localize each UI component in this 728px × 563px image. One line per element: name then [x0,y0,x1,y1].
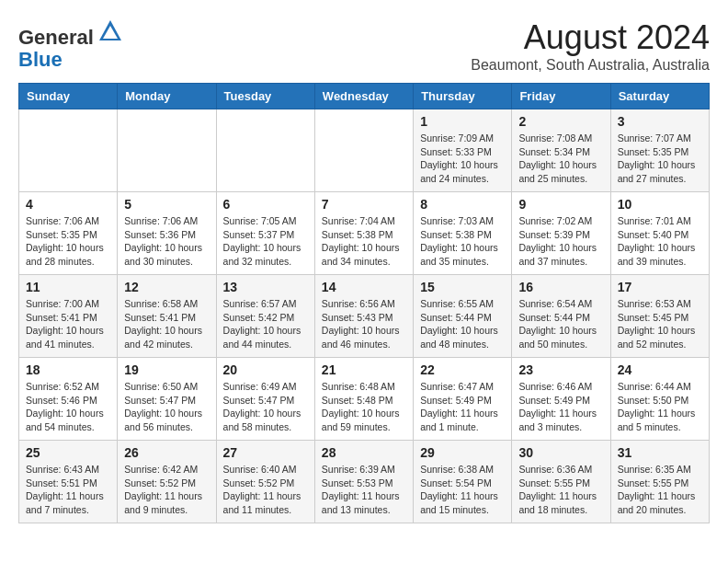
day-number: 9 [518,197,603,212]
day-number: 14 [322,280,406,294]
day-number: 5 [124,197,209,212]
day-info: Sunrise: 6:55 AMSunset: 5:44 PMDaylight:… [420,297,505,351]
day-number: 2 [518,114,603,129]
week-row-5: 25Sunrise: 6:43 AMSunset: 5:51 PMDayligh… [19,441,710,523]
day-cell [314,109,413,192]
day-cell: 6Sunrise: 7:05 AMSunset: 5:37 PMDaylight… [216,192,314,275]
day-number: 8 [420,197,505,212]
day-cell: 21Sunrise: 6:48 AMSunset: 5:48 PMDayligh… [314,358,413,441]
day-info: Sunrise: 7:01 AMSunset: 5:40 PMDaylight:… [618,214,702,269]
day-cell: 25Sunrise: 6:43 AMSunset: 5:51 PMDayligh… [19,441,118,523]
day-info: Sunrise: 7:06 AMSunset: 5:36 PMDaylight:… [124,214,209,269]
day-cell: 12Sunrise: 6:58 AMSunset: 5:41 PMDayligh… [118,275,216,358]
day-cell: 31Sunrise: 6:35 AMSunset: 5:55 PMDayligh… [610,441,709,523]
day-info: Sunrise: 6:57 AMSunset: 5:42 PMDaylight:… [223,297,308,351]
day-cell: 18Sunrise: 6:52 AMSunset: 5:46 PMDayligh… [19,358,118,441]
weekday-header-tuesday: Tuesday [216,84,314,109]
day-cell: 30Sunrise: 6:36 AMSunset: 5:55 PMDayligh… [512,441,610,523]
week-row-4: 18Sunrise: 6:52 AMSunset: 5:46 PMDayligh… [19,358,710,441]
day-cell: 17Sunrise: 6:53 AMSunset: 5:45 PMDayligh… [610,275,709,358]
day-number: 6 [223,197,308,212]
day-info: Sunrise: 6:40 AMSunset: 5:52 PMDaylight:… [223,463,308,517]
day-info: Sunrise: 7:03 AMSunset: 5:38 PMDaylight:… [420,214,505,269]
day-info: Sunrise: 6:38 AMSunset: 5:54 PMDaylight:… [420,463,505,517]
day-cell: 23Sunrise: 6:46 AMSunset: 5:49 PMDayligh… [512,358,610,441]
weekday-header-row: SundayMondayTuesdayWednesdayThursdayFrid… [19,84,710,109]
day-info: Sunrise: 6:46 AMSunset: 5:49 PMDaylight:… [518,380,603,434]
day-number: 21 [322,362,406,377]
day-number: 31 [618,445,702,460]
day-number: 3 [618,114,702,129]
day-number: 23 [518,362,603,377]
day-cell: 28Sunrise: 6:39 AMSunset: 5:53 PMDayligh… [314,441,413,523]
day-cell: 22Sunrise: 6:47 AMSunset: 5:49 PMDayligh… [414,358,512,441]
logo: General Blue [18,18,123,71]
day-number: 16 [518,280,603,294]
day-number: 28 [322,445,406,460]
day-number: 11 [26,280,110,294]
weekday-header-wednesday: Wednesday [314,84,413,109]
day-info: Sunrise: 6:52 AMSunset: 5:46 PMDaylight:… [26,380,110,434]
day-cell: 20Sunrise: 6:49 AMSunset: 5:47 PMDayligh… [216,358,314,441]
day-cell: 29Sunrise: 6:38 AMSunset: 5:54 PMDayligh… [414,441,512,523]
day-number: 12 [124,280,209,294]
day-cell: 9Sunrise: 7:02 AMSunset: 5:39 PMDaylight… [512,192,610,275]
day-info: Sunrise: 7:07 AMSunset: 5:35 PMDaylight:… [618,132,702,186]
day-info: Sunrise: 7:09 AMSunset: 5:33 PMDaylight:… [420,132,505,186]
logo-general-text: General [18,26,94,49]
day-info: Sunrise: 7:06 AMSunset: 5:35 PMDaylight:… [26,214,110,269]
day-info: Sunrise: 6:48 AMSunset: 5:48 PMDaylight:… [322,380,406,434]
day-cell: 3Sunrise: 7:07 AMSunset: 5:35 PMDaylight… [610,109,709,192]
day-number: 4 [26,197,110,212]
week-row-1: 1Sunrise: 7:09 AMSunset: 5:33 PMDaylight… [19,109,710,192]
day-cell [216,109,314,192]
day-cell: 11Sunrise: 7:00 AMSunset: 5:41 PMDayligh… [19,275,118,358]
logo-icon [97,18,123,44]
day-info: Sunrise: 7:08 AMSunset: 5:34 PMDaylight:… [518,132,603,186]
logo-blue-text: Blue [18,48,63,71]
day-cell: 2Sunrise: 7:08 AMSunset: 5:34 PMDaylight… [512,109,610,192]
day-info: Sunrise: 6:42 AMSunset: 5:52 PMDaylight:… [124,463,209,517]
day-number: 30 [518,445,603,460]
day-number: 20 [223,362,308,377]
day-cell: 7Sunrise: 7:04 AMSunset: 5:38 PMDaylight… [314,192,413,275]
day-info: Sunrise: 7:05 AMSunset: 5:37 PMDaylight:… [223,214,308,269]
day-info: Sunrise: 6:44 AMSunset: 5:50 PMDaylight:… [618,380,702,434]
day-cell: 19Sunrise: 6:50 AMSunset: 5:47 PMDayligh… [118,358,216,441]
day-cell: 4Sunrise: 7:06 AMSunset: 5:35 PMDaylight… [19,192,118,275]
weekday-header-sunday: Sunday [19,84,118,109]
day-number: 17 [618,280,702,294]
day-info: Sunrise: 6:43 AMSunset: 5:51 PMDaylight:… [26,463,110,517]
day-cell: 13Sunrise: 6:57 AMSunset: 5:42 PMDayligh… [216,275,314,358]
week-row-2: 4Sunrise: 7:06 AMSunset: 5:35 PMDaylight… [19,192,710,275]
day-number: 29 [420,445,505,460]
month-year-title: August 2024 [471,18,710,57]
day-number: 10 [618,197,702,212]
day-info: Sunrise: 6:58 AMSunset: 5:41 PMDaylight:… [124,297,209,351]
day-cell: 5Sunrise: 7:06 AMSunset: 5:36 PMDaylight… [118,192,216,275]
weekday-header-saturday: Saturday [610,84,709,109]
day-info: Sunrise: 6:47 AMSunset: 5:49 PMDaylight:… [420,380,505,434]
day-cell: 10Sunrise: 7:01 AMSunset: 5:40 PMDayligh… [610,192,709,275]
day-info: Sunrise: 6:39 AMSunset: 5:53 PMDaylight:… [322,463,406,517]
day-info: Sunrise: 6:50 AMSunset: 5:47 PMDaylight:… [124,380,209,434]
day-cell: 14Sunrise: 6:56 AMSunset: 5:43 PMDayligh… [314,275,413,358]
day-cell: 26Sunrise: 6:42 AMSunset: 5:52 PMDayligh… [118,441,216,523]
location-subtitle: Beaumont, South Australia, Australia [471,57,710,74]
day-number: 26 [124,445,209,460]
day-info: Sunrise: 6:49 AMSunset: 5:47 PMDaylight:… [223,380,308,434]
day-number: 18 [26,362,110,377]
day-cell: 27Sunrise: 6:40 AMSunset: 5:52 PMDayligh… [216,441,314,523]
day-info: Sunrise: 6:56 AMSunset: 5:43 PMDaylight:… [322,297,406,351]
day-cell [19,109,118,192]
day-cell: 8Sunrise: 7:03 AMSunset: 5:38 PMDaylight… [414,192,512,275]
day-number: 19 [124,362,209,377]
weekday-header-thursday: Thursday [414,84,512,109]
day-cell: 15Sunrise: 6:55 AMSunset: 5:44 PMDayligh… [414,275,512,358]
day-number: 22 [420,362,505,377]
weekday-header-monday: Monday [118,84,216,109]
day-number: 25 [26,445,110,460]
title-block: August 2024 Beaumont, South Australia, A… [471,18,710,74]
page-header: General Blue August 2024 Beaumont, South… [18,18,710,74]
day-info: Sunrise: 6:35 AMSunset: 5:55 PMDaylight:… [618,463,702,517]
